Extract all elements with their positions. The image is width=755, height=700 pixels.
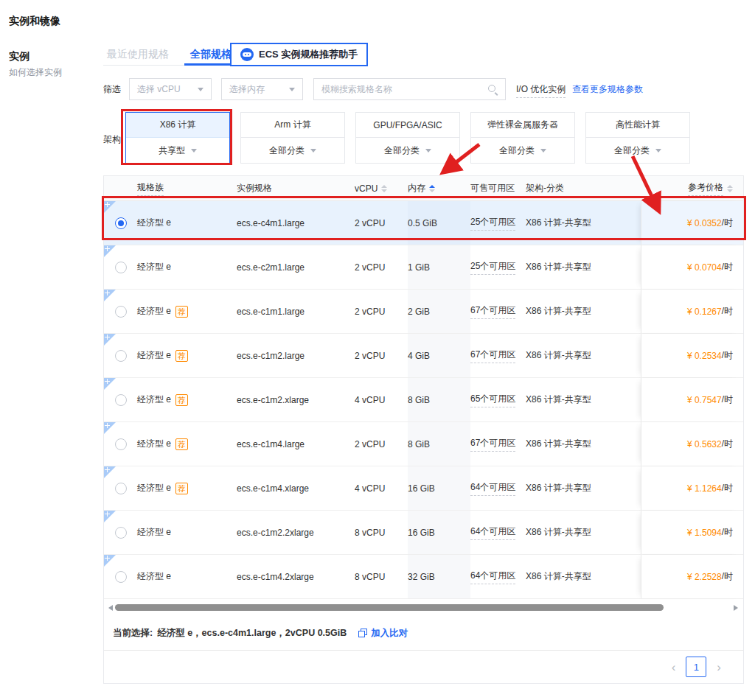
zones-cell: 64个可用区 <box>470 555 526 598</box>
row-family-cell: 经济型 e荐 <box>137 422 237 466</box>
table-row[interactable]: 经济型 eecs.e-c1m2.2xlarge8 vCPU16 GiB64个可用… <box>104 511 743 555</box>
chevron-down-icon <box>425 149 431 153</box>
price-cell: ¥ 0.0704/时 <box>641 245 743 289</box>
arch-tab-gpu[interactable]: GPU/FPGA/ASIC 全部分类 <box>355 112 460 164</box>
family-name: 经济型 e <box>137 349 171 362</box>
spec-search-box[interactable] <box>313 78 506 100</box>
row-radio[interactable] <box>115 306 127 318</box>
row-radio[interactable] <box>115 350 127 362</box>
current-selection-bar: 当前选择: 经济型 e，ecs.e-c4m1.large，2vCPU 0.5Gi… <box>104 616 743 650</box>
price-unit: /时 <box>722 261 733 273</box>
sort-price-icon[interactable] <box>727 185 733 192</box>
sort-vcpu-icon[interactable] <box>381 185 387 192</box>
spec-name: ecs.e-c1m2.large <box>237 334 355 377</box>
arch-tab-baremetal-name[interactable]: 弹性裸金属服务器 <box>471 113 574 138</box>
table-row[interactable]: 经济型 eecs.e-c4m1.large2 vCPU0.5 GiB25个可用区… <box>104 201 743 245</box>
row-radio[interactable] <box>115 262 127 273</box>
pagination-prev-icon[interactable]: ‹ <box>672 661 676 673</box>
arch-tab-hpc-name[interactable]: 高性能计算 <box>586 113 689 138</box>
scroll-left-icon[interactable] <box>108 605 113 611</box>
zones-value: 64个可用区 <box>470 570 515 584</box>
row-radio[interactable] <box>115 483 127 494</box>
memory-value: 32 GiB <box>408 555 470 598</box>
row-family-cell: 经济型 e荐 <box>137 290 237 333</box>
tab-all-specs[interactable]: 全部规格 <box>190 48 232 61</box>
row-radio[interactable] <box>115 438 127 450</box>
arch-tab-x86-category-select[interactable]: 共享型 <box>126 138 229 163</box>
ecs-assistant-button[interactable]: ECS 实例规格推荐助手 <box>230 43 368 66</box>
row-radio[interactable] <box>115 394 127 406</box>
arch-tab-baremetal-category: 全部分类 <box>499 144 535 157</box>
horizontal-scrollbar[interactable] <box>104 599 743 616</box>
price-unit: /时 <box>722 526 733 539</box>
robot-icon <box>240 48 254 61</box>
spec-name: ecs.e-c1m2.2xlarge <box>237 511 355 554</box>
price-value: ¥ 0.1267 <box>687 307 722 317</box>
current-selection-label: 当前选择: <box>113 627 153 640</box>
row-family-cell: 经济型 e <box>137 245 237 289</box>
arch-tab-gpu-category-select[interactable]: 全部分类 <box>356 138 459 163</box>
header-spec-label: 实例规格 <box>237 182 272 195</box>
arch-tab-arm-name[interactable]: Arm 计算 <box>241 113 344 138</box>
zones-cell: 65个可用区 <box>470 378 526 421</box>
family-name: 经济型 e <box>137 305 171 318</box>
more-spec-params-link[interactable]: 查看更多规格参数 <box>572 83 643 96</box>
arch-tab-x86-category: 共享型 <box>159 144 185 157</box>
header-family: 规格族 <box>137 176 237 200</box>
zones-cell: 67个可用区 <box>470 422 526 466</box>
sidebar-section-instance: 实例 <box>9 50 29 63</box>
table-row[interactable]: 经济型 eecs.e-c1m4.2xlarge8 vCPU32 GiB64个可用… <box>104 555 743 599</box>
table-row[interactable]: 经济型 e荐ecs.e-c1m2.xlarge4 vCPU8 GiB65个可用区… <box>104 378 743 422</box>
row-radio[interactable] <box>115 571 127 583</box>
pagination-page-1[interactable]: 1 <box>686 657 706 677</box>
row-radio[interactable] <box>115 217 127 229</box>
zones-cell: 67个可用区 <box>470 334 526 377</box>
sidebar-help-link[interactable]: 如何选择实例 <box>9 66 62 79</box>
scrollbar-thumb[interactable] <box>115 604 664 611</box>
spec-search-input[interactable] <box>314 84 487 94</box>
arch-tab-hpc[interactable]: 高性能计算 全部分类 <box>585 112 690 164</box>
table-row[interactable]: 经济型 e荐ecs.e-c1m1.large2 vCPU2 GiB67个可用区X… <box>104 290 743 334</box>
add-to-compare-link[interactable]: 加入比对 <box>358 627 408 640</box>
header-price[interactable]: 参考价格 <box>641 176 743 200</box>
header-memory[interactable]: 内存 <box>408 176 470 200</box>
arch-tab-arm-category-select[interactable]: 全部分类 <box>241 138 344 163</box>
instance-selection-page: 实例和镜像 实例 如何选择实例 最近使用规格 全部规格 ECS 实例规格推荐助手… <box>0 0 755 700</box>
header-price-label: 参考价格 <box>688 181 723 196</box>
spec-name: ecs.e-c4m1.large <box>237 201 355 245</box>
sort-memory-icon[interactable] <box>429 185 435 192</box>
arch-tab-gpu-name[interactable]: GPU/FPGA/ASIC <box>356 113 459 138</box>
arch-category-value: X86 计算-共享型 <box>526 422 641 466</box>
table-row[interactable]: 经济型 e荐ecs.e-c1m4.large2 vCPU8 GiB67个可用区X… <box>104 422 743 466</box>
price-cell: ¥ 1.5094/时 <box>641 511 743 554</box>
memory-select[interactable]: 选择内存 <box>221 78 303 100</box>
vcpu-select[interactable]: 选择 vCPU <box>129 78 212 100</box>
spec-name: ecs.e-c1m4.2xlarge <box>237 555 355 598</box>
price-cell: ¥ 1.1264/时 <box>641 466 743 510</box>
zones-value: 67个可用区 <box>470 349 515 363</box>
add-to-compare-label: 加入比对 <box>371 627 408 640</box>
arch-tab-arm[interactable]: Arm 计算 全部分类 <box>240 112 345 164</box>
search-icon[interactable] <box>487 84 498 95</box>
pagination-next-icon[interactable]: › <box>717 661 721 673</box>
price-cell: ¥ 0.0352/时 <box>641 201 743 245</box>
page-title: 实例和镜像 <box>9 15 60 28</box>
family-name: 经济型 e <box>137 438 171 450</box>
arch-tab-gpu-category: 全部分类 <box>384 144 420 157</box>
tab-recent-specs[interactable]: 最近使用规格 <box>107 48 169 61</box>
arch-tab-baremetal-category-select[interactable]: 全部分类 <box>471 138 574 163</box>
arch-category-value: X86 计算-共享型 <box>526 290 641 333</box>
header-vcpu[interactable]: vCPU <box>355 176 408 200</box>
table-row[interactable]: 经济型 e荐ecs.e-c1m2.large2 vCPU4 GiB67个可用区X… <box>104 334 743 378</box>
arch-tab-hpc-category-select[interactable]: 全部分类 <box>586 138 689 163</box>
arch-tab-x86[interactable]: X86 计算 共享型 <box>125 112 230 164</box>
arch-tab-baremetal[interactable]: 弹性裸金属服务器 全部分类 <box>470 112 575 164</box>
row-radio[interactable] <box>115 527 127 539</box>
row-family-cell: 经济型 e <box>137 555 237 598</box>
scroll-right-icon[interactable] <box>734 605 738 611</box>
table-row[interactable]: 经济型 eecs.e-c2m1.large2 vCPU1 GiB25个可用区X8… <box>104 245 743 290</box>
table-row[interactable]: 经济型 e荐ecs.e-c1m4.xlarge4 vCPU16 GiB64个可用… <box>104 466 743 511</box>
arch-tab-x86-name[interactable]: X86 计算 <box>126 113 229 138</box>
vcpu-value: 4 vCPU <box>355 378 408 421</box>
memory-value: 2 GiB <box>408 290 470 333</box>
